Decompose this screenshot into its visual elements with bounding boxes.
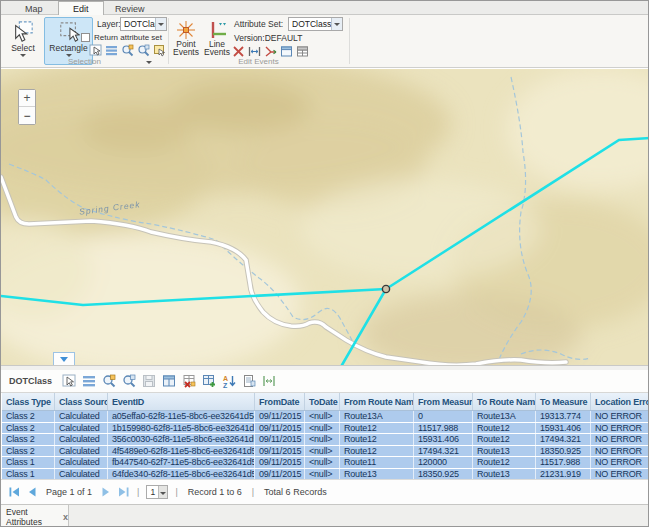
table-cell[interactable]: Route13 xyxy=(473,469,536,480)
column-header[interactable]: Class Source xyxy=(55,393,108,410)
table-row[interactable]: Class 2Calculateda05effa0-62f8-11e5-8bc6… xyxy=(2,411,649,422)
zoom-in-button[interactable]: + xyxy=(19,90,35,107)
table-cell[interactable]: <null> xyxy=(305,457,340,468)
table-cell[interactable]: 64fde340-62f8-11e5-8bc6-ee32641d5ec9 xyxy=(108,469,255,480)
column-header[interactable]: To Route Name xyxy=(473,393,536,410)
table-cell[interactable]: 18350.925 xyxy=(536,446,591,457)
table-cell[interactable]: Class 2 xyxy=(2,446,55,457)
table-cell[interactable]: 15931.406 xyxy=(414,434,473,445)
table-cell[interactable]: 356c0030-62f8-11e5-8bc6-ee32641d5ec9 xyxy=(108,434,255,445)
table-cell[interactable]: Calculated xyxy=(55,457,108,468)
table-cell[interactable]: Route12 xyxy=(473,423,536,434)
column-header[interactable]: From Measure xyxy=(414,393,473,410)
show-selected-icon[interactable] xyxy=(82,374,96,388)
zoom-out-button[interactable]: − xyxy=(19,107,35,124)
page-number-combo[interactable]: 1 xyxy=(146,485,168,499)
table-cell[interactable]: 17494.321 xyxy=(536,434,591,445)
add-record-icon[interactable] xyxy=(202,374,216,388)
table-cell[interactable]: Route13 xyxy=(473,446,536,457)
table-row[interactable]: Class 2Calculated356c0030-62f8-11e5-8bc6… xyxy=(2,434,649,445)
table-cell[interactable]: Route13A xyxy=(473,411,536,422)
zoom-next-selected-icon[interactable] xyxy=(137,44,150,57)
tab-map[interactable]: Map xyxy=(11,1,57,15)
table-cell[interactable]: 15931.406 xyxy=(536,423,591,434)
table-cell[interactable]: 09/11/2015 xyxy=(255,434,305,445)
table-cell[interactable]: 4f5489e0-62f8-11e5-8bc6-ee32641d5ec9 xyxy=(108,446,255,457)
table-cell[interactable]: 19313.774 xyxy=(536,411,591,422)
return-attribute-set-checkbox[interactable] xyxy=(81,33,90,42)
column-header[interactable]: ToDate xyxy=(305,393,340,410)
table-cell[interactable]: 09/11/2015 xyxy=(255,423,305,434)
table-cell[interactable]: Class 1 xyxy=(2,457,55,468)
table-cell[interactable]: Route13A xyxy=(340,411,414,422)
table-cell[interactable]: Calculated xyxy=(55,423,108,434)
table-cell[interactable]: 1b159980-62f8-11e5-8bc6-ee32641d5ec9 xyxy=(108,423,255,434)
column-header[interactable]: To Measure xyxy=(536,393,591,410)
table-cell[interactable]: 09/11/2015 xyxy=(255,446,305,457)
table-row[interactable]: Class 2Calculated1b159980-62f8-11e5-8bc6… xyxy=(2,423,649,434)
table-cell[interactable]: Route12 xyxy=(340,446,414,457)
table-cell[interactable]: a05effa0-62f8-11e5-8bc6-ee32641d5ec9 xyxy=(108,411,255,422)
table-cell[interactable]: NO ERROR xyxy=(591,434,649,445)
collapse-table-button[interactable] xyxy=(53,352,75,365)
tab-edit[interactable]: Edit xyxy=(58,1,104,15)
table-row[interactable]: Class 1Calculated64fde340-62f8-11e5-8bc6… xyxy=(2,469,649,480)
map-canvas[interactable]: Spring Creek + − xyxy=(1,69,649,365)
table-cell[interactable]: 09/11/2015 xyxy=(255,457,305,468)
attribute-set-combo-arrow[interactable] xyxy=(331,18,342,30)
sort-icon[interactable]: AZ xyxy=(222,374,236,388)
close-tab-icon[interactable]: x xyxy=(63,512,68,522)
table-cell[interactable]: Calculated xyxy=(55,411,108,422)
table-cell[interactable]: <null> xyxy=(305,411,340,422)
table-cell[interactable]: Calculated xyxy=(55,446,108,457)
next-page-button[interactable] xyxy=(102,487,110,497)
zoom-to-record-icon[interactable] xyxy=(102,374,116,388)
table-cell[interactable]: 0 xyxy=(414,411,473,422)
table-cell[interactable]: 120000 xyxy=(414,457,473,468)
table-cell[interactable]: Class 2 xyxy=(2,423,55,434)
column-header[interactable]: Location Error xyxy=(591,393,649,410)
zoom-to-selected-icon[interactable] xyxy=(121,44,134,57)
table-cell[interactable]: NO ERROR xyxy=(591,411,649,422)
table-cell[interactable]: Route12 xyxy=(340,423,414,434)
table-cell[interactable]: NO ERROR xyxy=(591,423,649,434)
column-header[interactable]: From Route Name xyxy=(340,393,414,410)
selectable-layers-icon[interactable] xyxy=(153,44,166,57)
fit-columns-icon[interactable] xyxy=(262,374,276,388)
table-cell[interactable]: 18350.925 xyxy=(414,469,473,480)
table-cell[interactable]: NO ERROR xyxy=(591,457,649,468)
select-records-icon[interactable] xyxy=(62,374,76,388)
table-row[interactable]: Class 2Calculated4f5489e0-62f8-11e5-8bc6… xyxy=(2,446,649,457)
layer-combo-arrow[interactable] xyxy=(155,18,166,30)
list-icon[interactable] xyxy=(105,44,118,57)
table-cell[interactable]: <null> xyxy=(305,469,340,480)
previous-page-button[interactable] xyxy=(28,487,36,497)
page-number-combo-arrow[interactable] xyxy=(158,486,167,498)
tab-event-attributes[interactable]: Event Attributes x xyxy=(1,505,69,527)
table-cell[interactable]: NO ERROR xyxy=(591,469,649,480)
table-cell[interactable]: Class 1 xyxy=(2,469,55,480)
table-cell[interactable]: Route13 xyxy=(340,469,414,480)
table-cell[interactable]: Route11 xyxy=(340,457,414,468)
column-header[interactable]: Class Type xyxy=(2,393,55,410)
table-cell[interactable]: Calculated xyxy=(55,469,108,480)
table-cell[interactable]: fb447540-62f7-11e5-8bc6-ee32641d5ec9 xyxy=(108,457,255,468)
layer-combo[interactable]: DOTClass xyxy=(120,17,167,31)
table-cell[interactable]: 09/11/2015 xyxy=(255,469,305,480)
save-edits-icon[interactable] xyxy=(142,374,156,388)
switch-view-icon[interactable] xyxy=(162,374,176,388)
first-page-button[interactable] xyxy=(9,487,20,497)
column-header[interactable]: FromDate xyxy=(255,393,305,410)
table-cell[interactable]: Calculated xyxy=(55,434,108,445)
table-cell[interactable]: <null> xyxy=(305,434,340,445)
pan-to-record-icon[interactable] xyxy=(122,374,136,388)
table-row[interactable]: Class 1Calculatedfb447540-62f7-11e5-8bc6… xyxy=(2,457,649,468)
delete-record-icon[interactable] xyxy=(182,374,196,388)
table-cell[interactable]: Class 2 xyxy=(2,411,55,422)
table-cell[interactable]: 09/11/2015 xyxy=(255,411,305,422)
table-cell[interactable]: 11517.988 xyxy=(414,423,473,434)
column-header[interactable]: EventID xyxy=(108,393,255,410)
table-cell[interactable]: Route12 xyxy=(473,457,536,468)
table-cell[interactable]: Route12 xyxy=(473,434,536,445)
table-cell[interactable]: 11517.988 xyxy=(536,457,591,468)
